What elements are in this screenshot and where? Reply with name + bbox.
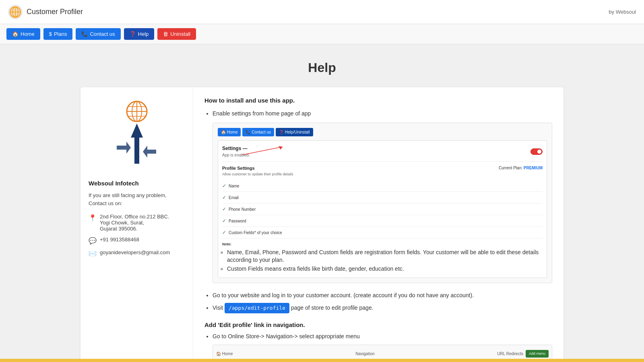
check-icon-phone: ✓ — [222, 206, 226, 213]
preview-field-phone: ✓ Phone Number — [222, 204, 543, 215]
nav-plans-button[interactable]: $ Plans — [43, 28, 73, 40]
nav-steps-list: Go to Online Store-> Navigation-> select… — [204, 332, 552, 362]
install-title: How to install and use this app. — [204, 97, 552, 104]
dollar-icon: $ — [49, 31, 52, 37]
preview-toggle — [530, 148, 543, 155]
home-icon: 🏠 — [12, 31, 19, 37]
email-item: ✉️ goyanidevelopers@gmail.com — [89, 249, 170, 257]
company-logo-wrap — [89, 99, 185, 172]
nav-uninstall-button[interactable]: 🗑 Uninstall — [157, 28, 196, 40]
preview-field-password: ✓ Password — [222, 215, 543, 227]
nav-home-button[interactable]: 🏠 Home — [6, 28, 40, 40]
nav-step-1: Go to Online Store-> Navigation-> select… — [213, 332, 552, 362]
svg-marker-13 — [143, 146, 156, 158]
right-panel: How to install and use this app. Enable … — [193, 87, 564, 362]
address-item: 📍 2nd Floor, Office no.212 BBC.Yogi Chow… — [89, 214, 169, 232]
trash-icon: 🗑 — [163, 31, 168, 37]
screenshot-preview: 🏠 Home 📞 Contact us ❓ Help/Uninstall Set… — [213, 123, 552, 283]
arrow-annotation: Settings — App is enabled. — [222, 145, 543, 158]
preview-field-custom: ✓ Custom Fields* of your choice — [222, 227, 543, 239]
phone-icon: 📞 — [81, 31, 88, 37]
preview-note: Note: Name, Email, Phone, Password and C… — [222, 242, 543, 273]
nav-contact-button[interactable]: 📞 Contact us — [76, 28, 120, 40]
preview-home-btn: 🏠 Home — [218, 128, 241, 136]
by-label: by Websoul — [609, 9, 636, 15]
check-icon-password: ✓ — [222, 217, 226, 224]
preview-settings-header: Settings — App is enabled. — [222, 145, 543, 158]
preview-settings-left: Settings — App is enabled. — [222, 145, 250, 158]
install-step-1: Enable settings from home page of app 🏠 … — [213, 109, 552, 283]
phone-item: 💬 +91 9913588468 — [89, 237, 139, 245]
nav-preview-home: 🏠 Home — [216, 351, 233, 357]
preview-profile-sub: Allow customer to update their profile d… — [222, 172, 293, 177]
location-icon: 📍 — [89, 214, 97, 222]
preview-field-email: ✓ Email — [222, 192, 543, 204]
nav-preview-navigation: Navigation — [355, 351, 374, 357]
app-title: Customer Profiler — [27, 8, 83, 16]
check-icon-email: ✓ — [222, 194, 226, 201]
preview-help-btn: ❓ Help/Uninstall — [276, 128, 313, 136]
whatsapp-icon: 💬 — [89, 237, 97, 245]
company-logo-svg — [109, 99, 165, 172]
install-step-3: Visit /apps/edit-profile page of store t… — [213, 303, 552, 313]
preview-settings-title: Settings — — [222, 145, 250, 152]
logo-icon — [10, 6, 21, 18]
preview-divider — [222, 161, 543, 162]
app-header: Customer Profiler by Websoul — [0, 0, 644, 24]
install-step-2: Go to your website and log in to your cu… — [213, 291, 552, 300]
install-steps-list: Enable settings from home page of app 🏠 … — [204, 109, 552, 313]
left-panel: Websoul Infotech If you are still facing… — [80, 87, 193, 362]
preview-body: Settings — App is enabled. — [218, 140, 547, 278]
check-icon-name: ✓ — [222, 182, 226, 189]
page-title: Help — [8, 60, 636, 75]
svg-marker-11 — [131, 123, 143, 164]
preview-premium: Current Plan: PREMIUM — [499, 165, 543, 171]
edit-profile-badge: /apps/edit-profile — [225, 303, 289, 313]
preview-field-name: ✓ Name — [222, 180, 543, 192]
preview-profile-section: Profile Settings Allow customer to updat… — [222, 165, 543, 177]
nav-preview-add-menu-btn: Add menu — [526, 350, 549, 358]
preview-nav: 🏠 Home 📞 Contact us ❓ Help/Uninstall — [218, 128, 547, 136]
svg-marker-12 — [117, 142, 131, 154]
main-content: Help — [0, 44, 644, 362]
app-logo — [8, 5, 23, 19]
company-name: Websoul Infotech — [89, 180, 139, 187]
nav-preview-bar: 🏠 Home Navigation URL Redirects Add menu — [216, 348, 549, 360]
company-desc: If you are still facing any problem, Con… — [89, 191, 167, 207]
preview-contact-btn: 📞 Contact us — [242, 128, 274, 136]
bottom-bar — [0, 359, 644, 362]
check-icon-custom: ✓ — [222, 229, 226, 236]
preview-settings-sub: App is enabled. — [222, 152, 250, 158]
content-card: Websoul Infotech If you are still facing… — [80, 87, 564, 362]
navbar: 🏠 Home $ Plans 📞 Contact us ❓ Help 🗑 Uni… — [0, 24, 644, 44]
header-left: Customer Profiler — [8, 5, 83, 19]
nav-help-button[interactable]: ❓ Help — [124, 28, 155, 40]
nav-preview-url-redirect: URL Redirects — [497, 351, 523, 357]
email-icon: ✉️ — [89, 250, 97, 257]
preview-profile-title: Profile Settings — [222, 165, 293, 172]
help-icon: ❓ — [130, 31, 136, 37]
nav-section-title: Add 'Edit profile' link in navigation. — [204, 321, 552, 328]
